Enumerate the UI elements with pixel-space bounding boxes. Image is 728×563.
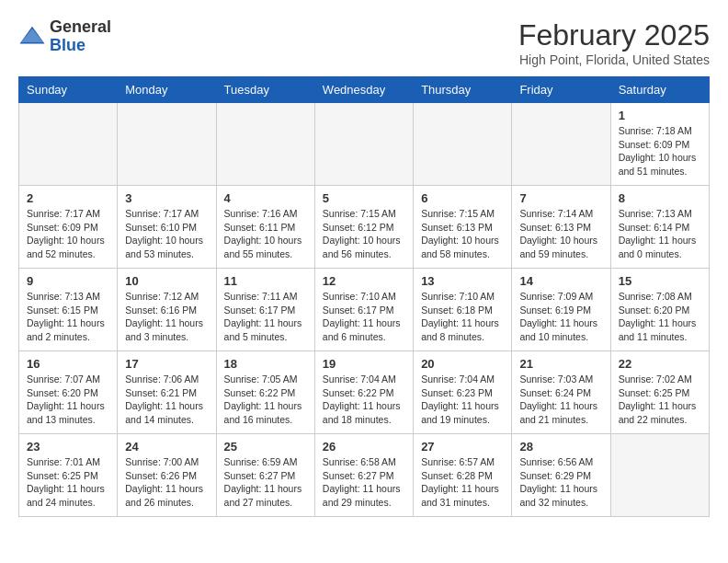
calendar-cell: 24Sunrise: 7:00 AM Sunset: 6:26 PM Dayli… — [118, 434, 216, 517]
day-info: Sunrise: 6:56 AM Sunset: 6:29 PM Dayligh… — [519, 455, 602, 510]
logo-blue: Blue — [50, 36, 85, 54]
day-info: Sunrise: 7:14 AM Sunset: 6:13 PM Dayligh… — [519, 207, 602, 261]
calendar-cell: 8Sunrise: 7:13 AM Sunset: 6:14 PM Daylig… — [610, 186, 709, 269]
day-number: 16 — [27, 357, 109, 371]
calendar-cell — [118, 103, 216, 186]
day-info: Sunrise: 7:15 AM Sunset: 6:13 PM Dayligh… — [421, 207, 504, 261]
day-info: Sunrise: 7:11 AM Sunset: 6:17 PM Dayligh… — [224, 290, 307, 344]
calendar-cell: 21Sunrise: 7:03 AM Sunset: 6:24 PM Dayli… — [512, 351, 610, 434]
calendar-cell: 12Sunrise: 7:10 AM Sunset: 6:17 PM Dayli… — [314, 269, 413, 351]
day-info: Sunrise: 7:18 AM Sunset: 6:09 PM Dayligh… — [619, 124, 701, 178]
calendar-cell — [19, 103, 118, 186]
calendar-cell: 10Sunrise: 7:12 AM Sunset: 6:16 PM Dayli… — [118, 269, 216, 351]
day-info: Sunrise: 7:10 AM Sunset: 6:17 PM Dayligh… — [323, 290, 405, 344]
day-info: Sunrise: 7:13 AM Sunset: 6:15 PM Dayligh… — [27, 290, 109, 344]
weekday-header-saturday: Saturday — [610, 77, 709, 103]
calendar-cell: 22Sunrise: 7:02 AM Sunset: 6:25 PM Dayli… — [610, 351, 709, 434]
calendar-cell: 3Sunrise: 7:17 AM Sunset: 6:10 PM Daylig… — [118, 186, 216, 269]
day-info: Sunrise: 7:03 AM Sunset: 6:24 PM Dayligh… — [519, 373, 602, 427]
weekday-header-thursday: Thursday — [414, 77, 512, 103]
day-info: Sunrise: 6:57 AM Sunset: 6:28 PM Dayligh… — [421, 455, 504, 510]
day-info: Sunrise: 7:10 AM Sunset: 6:18 PM Dayligh… — [421, 290, 504, 344]
calendar-cell: 27Sunrise: 6:57 AM Sunset: 6:28 PM Dayli… — [414, 434, 512, 517]
day-number: 3 — [125, 191, 208, 205]
week-row-5: 23Sunrise: 7:01 AM Sunset: 6:25 PM Dayli… — [19, 434, 710, 517]
calendar-cell: 17Sunrise: 7:06 AM Sunset: 6:21 PM Dayli… — [118, 351, 216, 434]
day-number: 14 — [519, 274, 602, 288]
day-number: 12 — [323, 274, 405, 288]
day-info: Sunrise: 7:07 AM Sunset: 6:20 PM Dayligh… — [27, 373, 109, 427]
day-info: Sunrise: 7:06 AM Sunset: 6:21 PM Dayligh… — [125, 373, 208, 427]
day-number: 27 — [421, 440, 504, 454]
day-number: 28 — [519, 440, 602, 454]
page-header: General Blue February 2025 High Point, F… — [18, 18, 710, 67]
day-info: Sunrise: 7:15 AM Sunset: 6:12 PM Dayligh… — [323, 207, 405, 261]
day-number: 2 — [27, 191, 109, 205]
day-number: 15 — [619, 274, 701, 288]
weekday-header-wednesday: Wednesday — [314, 77, 413, 103]
calendar-cell: 16Sunrise: 7:07 AM Sunset: 6:20 PM Dayli… — [19, 351, 118, 434]
day-info: Sunrise: 6:59 AM Sunset: 6:27 PM Dayligh… — [224, 455, 307, 510]
day-number: 10 — [125, 274, 208, 288]
day-info: Sunrise: 7:12 AM Sunset: 6:16 PM Dayligh… — [125, 290, 208, 344]
day-info: Sunrise: 7:04 AM Sunset: 6:23 PM Dayligh… — [421, 373, 504, 427]
day-info: Sunrise: 7:04 AM Sunset: 6:22 PM Dayligh… — [323, 373, 405, 427]
day-number: 21 — [519, 357, 602, 371]
calendar-cell: 9Sunrise: 7:13 AM Sunset: 6:15 PM Daylig… — [19, 269, 118, 351]
day-number: 22 — [619, 357, 701, 371]
calendar-cell: 18Sunrise: 7:05 AM Sunset: 6:22 PM Dayli… — [216, 351, 314, 434]
day-number: 20 — [421, 357, 504, 371]
location: High Point, Florida, United States — [518, 52, 710, 67]
calendar-cell: 23Sunrise: 7:01 AM Sunset: 6:25 PM Dayli… — [19, 434, 118, 517]
day-info: Sunrise: 7:02 AM Sunset: 6:25 PM Dayligh… — [619, 373, 701, 427]
weekday-header-monday: Monday — [118, 77, 216, 103]
day-info: Sunrise: 7:16 AM Sunset: 6:11 PM Dayligh… — [224, 207, 307, 261]
day-number: 5 — [323, 191, 405, 205]
logo-icon — [18, 23, 46, 51]
calendar-cell: 7Sunrise: 7:14 AM Sunset: 6:13 PM Daylig… — [512, 186, 610, 269]
title-block: February 2025 High Point, Florida, Unite… — [518, 18, 710, 67]
calendar-cell: 14Sunrise: 7:09 AM Sunset: 6:19 PM Dayli… — [512, 269, 610, 351]
week-row-4: 16Sunrise: 7:07 AM Sunset: 6:20 PM Dayli… — [19, 351, 710, 434]
day-info: Sunrise: 7:13 AM Sunset: 6:14 PM Dayligh… — [619, 207, 701, 261]
day-info: Sunrise: 7:08 AM Sunset: 6:20 PM Dayligh… — [619, 290, 701, 344]
calendar-cell: 28Sunrise: 6:56 AM Sunset: 6:29 PM Dayli… — [512, 434, 610, 517]
weekday-header-row: SundayMondayTuesdayWednesdayThursdayFrid… — [19, 77, 710, 103]
day-info: Sunrise: 7:17 AM Sunset: 6:09 PM Dayligh… — [27, 207, 109, 261]
day-number: 23 — [27, 440, 109, 454]
day-info: Sunrise: 7:17 AM Sunset: 6:10 PM Dayligh… — [125, 207, 208, 261]
calendar-cell: 4Sunrise: 7:16 AM Sunset: 6:11 PM Daylig… — [216, 186, 314, 269]
calendar-cell: 19Sunrise: 7:04 AM Sunset: 6:22 PM Dayli… — [314, 351, 413, 434]
day-info: Sunrise: 7:09 AM Sunset: 6:19 PM Dayligh… — [519, 290, 602, 344]
logo-general: General — [50, 17, 111, 36]
weekday-header-tuesday: Tuesday — [216, 77, 314, 103]
day-number: 4 — [224, 191, 307, 205]
calendar-cell: 1Sunrise: 7:18 AM Sunset: 6:09 PM Daylig… — [610, 103, 709, 186]
day-number: 26 — [323, 440, 405, 454]
weekday-header-friday: Friday — [512, 77, 610, 103]
calendar-cell — [216, 103, 314, 186]
day-info: Sunrise: 7:01 AM Sunset: 6:25 PM Dayligh… — [27, 455, 109, 510]
day-number: 11 — [224, 274, 307, 288]
week-row-1: 1Sunrise: 7:18 AM Sunset: 6:09 PM Daylig… — [19, 103, 710, 186]
day-number: 25 — [224, 440, 307, 454]
calendar-cell — [314, 103, 413, 186]
day-number: 13 — [421, 274, 504, 288]
calendar-cell — [512, 103, 610, 186]
month-title: February 2025 — [518, 18, 710, 52]
svg-marker-1 — [21, 29, 43, 42]
calendar-cell: 26Sunrise: 6:58 AM Sunset: 6:27 PM Dayli… — [314, 434, 413, 517]
day-info: Sunrise: 7:00 AM Sunset: 6:26 PM Dayligh… — [125, 455, 208, 510]
day-number: 9 — [27, 274, 109, 288]
day-number: 17 — [125, 357, 208, 371]
calendar-cell: 11Sunrise: 7:11 AM Sunset: 6:17 PM Dayli… — [216, 269, 314, 351]
week-row-3: 9Sunrise: 7:13 AM Sunset: 6:15 PM Daylig… — [19, 269, 710, 351]
calendar: SundayMondayTuesdayWednesdayThursdayFrid… — [18, 76, 710, 517]
day-number: 24 — [125, 440, 208, 454]
calendar-cell: 13Sunrise: 7:10 AM Sunset: 6:18 PM Dayli… — [414, 269, 512, 351]
calendar-cell: 15Sunrise: 7:08 AM Sunset: 6:20 PM Dayli… — [610, 269, 709, 351]
day-number: 18 — [224, 357, 307, 371]
day-number: 1 — [619, 109, 701, 122]
day-info: Sunrise: 6:58 AM Sunset: 6:27 PM Dayligh… — [323, 455, 405, 510]
calendar-cell — [414, 103, 512, 186]
